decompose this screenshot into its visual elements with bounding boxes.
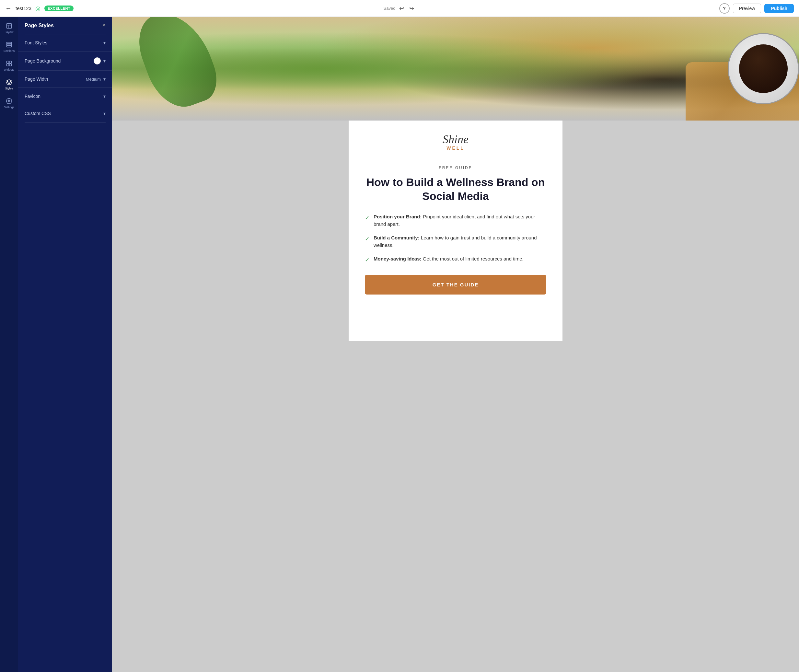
panel-item-custom-css[interactable]: Custom CSS ▾ xyxy=(18,105,112,122)
hero-image xyxy=(112,17,799,120)
font-styles-label: Font Styles xyxy=(25,40,47,45)
check-icon-2: ✓ xyxy=(365,235,370,243)
panel-item-font-styles[interactable]: Font Styles ▾ xyxy=(18,34,112,51)
redo-button[interactable]: ↪ xyxy=(408,3,415,13)
nav-label-layout: Layout xyxy=(5,30,13,34)
brand-divider xyxy=(365,159,546,159)
panel-item-page-bg-left: Page Background xyxy=(25,58,61,64)
main-heading: How to Build a Wellness Brand on Social … xyxy=(365,175,546,203)
excellent-badge: EXCELLENT xyxy=(45,5,74,11)
panel-header: Page Styles × xyxy=(18,22,112,34)
main-layout: Layout Sections Widgets Styles Settings … xyxy=(0,17,799,672)
sidebar-item-styles[interactable]: Styles xyxy=(0,76,18,93)
favicon-chevron: ▾ xyxy=(103,94,105,99)
check-icon-1: ✓ xyxy=(365,213,370,222)
bullet-bold-1: Position your Brand: xyxy=(374,214,422,219)
panel-item-font-styles-right: ▾ xyxy=(103,40,105,45)
nav-label-sections: Sections xyxy=(3,49,15,53)
topbar-right: ? Preview Publish xyxy=(419,3,794,14)
page-background-label: Page Background xyxy=(25,58,61,64)
nav-label-widgets: Widgets xyxy=(4,68,14,71)
bullet-item-1: ✓ Position your Brand: Pinpoint your ide… xyxy=(365,213,546,228)
brand-logo: Shine WELL xyxy=(365,133,546,151)
bullet-item-3: ✓ Money-saving Ideas: Get the most out o… xyxy=(365,255,546,264)
bullet-bold-3: Money-saving Ideas: xyxy=(374,256,422,261)
panel-item-page-bg-right: ▾ xyxy=(94,58,105,64)
coffee-inner xyxy=(739,45,788,93)
topbar-center: Saved ↩ ↪ xyxy=(384,3,416,13)
icon-nav: Layout Sections Widgets Styles Settings xyxy=(0,17,18,672)
page-card: Shine WELL FREE GUIDE How to Build a Wel… xyxy=(348,120,562,341)
bullet-item-2: ✓ Build a Community: Learn how to gain t… xyxy=(365,234,546,249)
panel-item-custom-css-right: ▾ xyxy=(103,111,105,116)
svg-rect-4 xyxy=(7,44,12,45)
content-area: Shine WELL FREE GUIDE How to Build a Wel… xyxy=(112,17,799,672)
svg-rect-3 xyxy=(7,42,12,44)
brand-shine: Shine xyxy=(365,133,546,145)
bullet-list: ✓ Position your Brand: Pinpoint your ide… xyxy=(365,213,546,264)
svg-point-10 xyxy=(8,101,10,102)
svg-rect-9 xyxy=(10,64,12,66)
page-background-toggle[interactable] xyxy=(94,58,101,64)
svg-rect-0 xyxy=(7,24,12,29)
favicon-label: Favicon xyxy=(25,94,40,99)
custom-css-label: Custom CSS xyxy=(25,111,51,116)
panel-close-button[interactable]: × xyxy=(102,22,105,29)
saved-status: Saved xyxy=(384,6,396,11)
preview-button[interactable]: Preview xyxy=(733,3,761,13)
target-icon: ◎ xyxy=(35,5,40,12)
page-width-value: Medium xyxy=(86,77,101,82)
page-width-label: Page Width xyxy=(25,77,48,82)
svg-rect-6 xyxy=(7,61,9,64)
panel-divider-bottom xyxy=(25,122,105,123)
panel-item-font-styles-left: Font Styles xyxy=(25,40,47,45)
undo-button[interactable]: ↩ xyxy=(398,3,405,13)
svg-rect-5 xyxy=(7,46,12,47)
nav-label-styles: Styles xyxy=(5,87,13,90)
nav-label-settings: Settings xyxy=(4,106,14,109)
sidebar-item-sections[interactable]: Sections xyxy=(0,38,18,56)
svg-rect-8 xyxy=(7,64,9,66)
page-width-chevron: ▾ xyxy=(103,77,105,82)
panel-item-favicon-left: Favicon xyxy=(25,94,40,99)
site-name: test123 xyxy=(16,5,32,11)
topbar: ← test123 ◎ EXCELLENT Saved ↩ ↪ ? Previe… xyxy=(0,0,799,17)
panel-title: Page Styles xyxy=(25,23,54,29)
bullet-text-3: Money-saving Ideas: Get the most out of … xyxy=(374,255,524,263)
topbar-left: ← test123 ◎ EXCELLENT xyxy=(5,5,380,12)
side-panel: Page Styles × Font Styles ▾ Page Backgro… xyxy=(18,17,112,672)
coffee-cup-decoration xyxy=(728,33,799,104)
cta-button[interactable]: GET THE GUIDE xyxy=(365,275,546,294)
panel-item-custom-css-left: Custom CSS xyxy=(25,111,51,116)
sidebar-item-layout[interactable]: Layout xyxy=(0,19,18,37)
publish-button[interactable]: Publish xyxy=(764,4,794,13)
free-guide-label: FREE GUIDE xyxy=(365,166,546,170)
sidebar-item-settings[interactable]: Settings xyxy=(0,94,18,112)
panel-item-favicon[interactable]: Favicon ▾ xyxy=(18,88,112,105)
bullet-bold-2: Build a Community: xyxy=(374,235,420,240)
help-button[interactable]: ? xyxy=(719,3,730,14)
custom-css-chevron: ▾ xyxy=(103,111,105,116)
panel-item-favicon-right: ▾ xyxy=(103,94,105,99)
brand-well: WELL xyxy=(446,146,465,150)
check-icon-3: ✓ xyxy=(365,256,370,264)
svg-rect-7 xyxy=(10,61,12,64)
bullet-text-2: Build a Community: Learn how to gain tru… xyxy=(374,234,546,249)
panel-item-page-width[interactable]: Page Width Medium ▾ xyxy=(18,70,112,88)
back-button[interactable]: ← xyxy=(5,5,12,12)
sidebar-item-widgets[interactable]: Widgets xyxy=(0,57,18,75)
panel-item-page-background[interactable]: Page Background ▾ xyxy=(18,51,112,70)
panel-item-page-width-right: Medium ▾ xyxy=(86,77,105,82)
bullet-text-1: Position your Brand: Pinpoint your ideal… xyxy=(374,213,546,228)
panel-item-page-width-left: Page Width xyxy=(25,77,48,82)
page-background-chevron: ▾ xyxy=(103,58,105,64)
font-styles-chevron: ▾ xyxy=(103,40,105,45)
